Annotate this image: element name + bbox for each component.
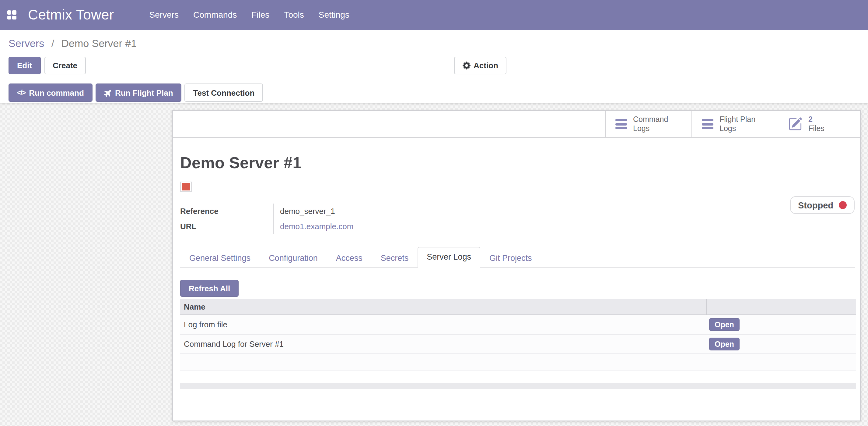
menu-item-servers[interactable]: Servers (142, 0, 186, 30)
sheet-body: Demo Server #1 Stopped Reference demo_se… (173, 153, 860, 389)
app-window: Cetmix Tower Servers Commands Files Tool… (0, 0, 868, 426)
stat-flight-plan-logs-line2: Logs (719, 124, 736, 133)
run-command-label: Run command (29, 88, 84, 97)
tab-general-settings[interactable]: General Settings (180, 249, 259, 267)
test-connection-button[interactable]: Test Connection (185, 84, 263, 102)
table-row[interactable]: Command Log for Server #1 Open (180, 335, 856, 354)
log-name: Log from file (180, 320, 706, 329)
server-logs-tab-content: Refresh All Name Log from file Open (180, 280, 855, 389)
action-menu-label: Action (473, 61, 498, 70)
menu-item-files[interactable]: Files (244, 0, 277, 30)
log-name: Command Log for Server #1 (180, 339, 706, 349)
gear-icon (463, 61, 470, 69)
create-button[interactable]: Create (44, 57, 86, 74)
breadcrumb-separator: / (52, 38, 54, 49)
server-tag-color-swatch[interactable] (180, 181, 192, 192)
tab-secrets[interactable]: Secrets (372, 249, 418, 267)
stat-button-files[interactable]: 2 Files (780, 111, 860, 137)
breadcrumb-servers-link[interactable]: Servers (8, 38, 44, 49)
plane-icon (102, 87, 114, 98)
app-brand[interactable]: Cetmix Tower (28, 7, 114, 23)
files-count: 2 (808, 115, 813, 123)
refresh-all-button[interactable]: Refresh All (180, 280, 239, 297)
stat-flight-plan-logs-line1: Flight Plan (719, 115, 755, 123)
apps-menu-button[interactable] (1, 0, 22, 30)
apps-grid-icon (7, 10, 16, 20)
record-buttons: Edit Create (8, 57, 86, 74)
menu-item-tools[interactable]: Tools (277, 0, 311, 30)
table-row[interactable]: Log from file Open (180, 315, 856, 335)
stat-button-strip: Command Logs Flight Plan Logs 2 Files (173, 111, 860, 138)
run-flight-plan-button[interactable]: Run Flight Plan (96, 84, 182, 102)
field-row-url: URL demo1.example.com (180, 219, 855, 234)
field-row-reference: Reference demo_server_1 (180, 203, 855, 219)
edit-square-icon (788, 117, 802, 131)
field-label-reference: Reference (180, 207, 273, 216)
tab-access[interactable]: Access (327, 249, 372, 267)
tab-git-projects[interactable]: Git Projects (480, 249, 541, 267)
field-label-url: URL (180, 222, 273, 231)
menu-item-settings[interactable]: Settings (311, 0, 357, 30)
menu-item-commands[interactable]: Commands (186, 0, 244, 30)
edit-button[interactable]: Edit (8, 57, 40, 74)
stat-command-logs-line2: Logs (633, 124, 649, 133)
tab-configuration[interactable]: Configuration (259, 249, 327, 267)
open-log-button[interactable]: Open (709, 338, 740, 350)
table-empty-row (180, 354, 856, 371)
main-menu: Servers Commands Files Tools Settings (142, 0, 357, 30)
table-header-row: Name (180, 299, 856, 315)
column-header-name[interactable]: Name (180, 302, 706, 311)
top-navbar: Cetmix Tower Servers Commands Files Tool… (0, 0, 868, 30)
field-value-url: demo1.example.com (273, 219, 353, 234)
stat-files-label: Files (808, 124, 825, 133)
run-command-button[interactable]: </> Run command (8, 84, 93, 102)
tab-server-logs[interactable]: Server Logs (417, 247, 480, 267)
server-quick-actions: </> Run command Run Flight Plan Test Con… (8, 84, 263, 102)
control-panel: Servers / Demo Server #1 Edit Create Act… (0, 30, 868, 103)
stat-button-flight-plan-logs[interactable]: Flight Plan Logs (691, 111, 780, 137)
notebook-tabs: General Settings Configuration Access Se… (180, 248, 855, 267)
breadcrumb-current: Demo Server #1 (61, 38, 137, 49)
field-value-reference: demo_server_1 (273, 203, 335, 219)
field-group: Reference demo_server_1 URL demo1.exampl… (180, 203, 855, 234)
breadcrumb: Servers / Demo Server #1 (8, 38, 137, 50)
stat-button-command-logs[interactable]: Command Logs (605, 111, 691, 137)
action-menu-button[interactable]: Action (454, 57, 507, 74)
status-label: Stopped (798, 200, 833, 210)
list-icon (702, 119, 713, 129)
open-log-button[interactable]: Open (709, 318, 740, 331)
form-sheet: Command Logs Flight Plan Logs 2 Files (172, 110, 861, 421)
run-flight-plan-label: Run Flight Plan (115, 88, 173, 97)
code-icon: </> (17, 89, 25, 96)
list-icon (615, 119, 627, 129)
column-header-actions (706, 299, 856, 314)
server-title: Demo Server #1 (180, 153, 855, 172)
status-dot-icon (839, 201, 847, 209)
server-url-link[interactable]: demo1.example.com (280, 222, 353, 231)
server-logs-table: Name Log from file Open Command Log for … (180, 299, 856, 371)
table-footer-bar (180, 384, 856, 389)
form-view-background: Command Logs Flight Plan Logs 2 Files (0, 103, 868, 426)
server-status-badge: Stopped (790, 196, 855, 214)
stat-command-logs-line1: Command (633, 115, 668, 123)
